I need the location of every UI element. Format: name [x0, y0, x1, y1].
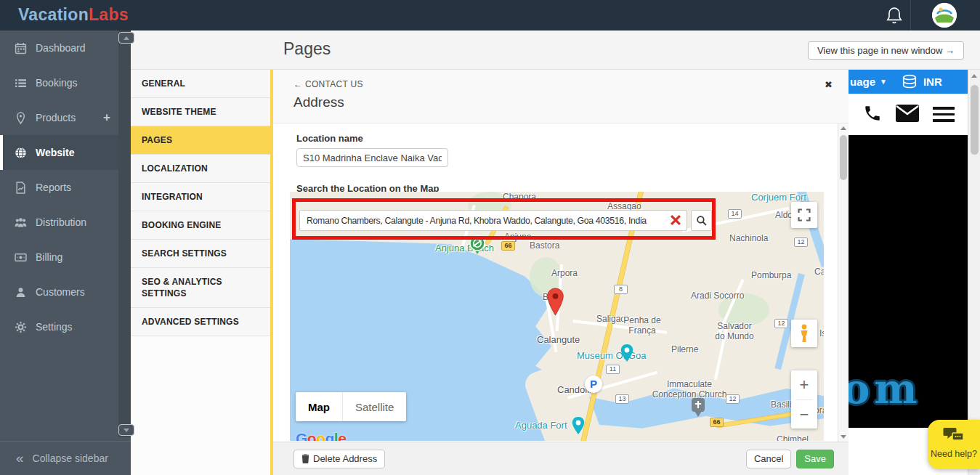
sidebar-scroll-up-button[interactable] [118, 32, 134, 44]
map-place-label: Pomburpa [751, 270, 791, 280]
sidebar-label: Products [36, 112, 76, 123]
submenu-item-website-theme[interactable]: WEBSITE THEME [131, 98, 270, 126]
globe-icon [15, 147, 27, 159]
save-button[interactable]: Save [796, 450, 834, 468]
sidebar-item-bookings[interactable]: Bookings [0, 65, 131, 100]
page-scrollbar[interactable] [968, 70, 980, 475]
museum-marker-icon[interactable] [620, 344, 633, 365]
map-pin-icon [15, 112, 27, 124]
submenu-item-seo-analytics-settings[interactable]: SEO & ANALYTICS SETTINGS [131, 268, 270, 308]
website-submenu: GENERAL WEBSITE THEME PAGES LOCALIZATION… [131, 70, 270, 475]
report-icon [15, 182, 27, 194]
map-type-map-button[interactable]: Map [296, 392, 342, 421]
map-place-label: Arpora [551, 268, 578, 278]
user-avatar[interactable] [932, 3, 957, 28]
currency-selector[interactable]: INR [923, 76, 942, 88]
map-place-label: Aguada Fort [515, 420, 567, 431]
submenu-item-advanced-settings[interactable]: ADVANCED SETTINGS [131, 308, 270, 336]
currency-coins-icon [900, 74, 919, 90]
sidebar-scrollbar[interactable] [118, 31, 131, 437]
sidebar-label: Website [36, 147, 74, 158]
sidebar-label: Customers [36, 286, 85, 298]
main-sidebar: Dashboard Bookings Products + Website Re… [0, 31, 131, 475]
sidebar-label: Settings [36, 321, 73, 333]
panel-scroll-down-button[interactable] [841, 435, 846, 439]
page-scroll-thumb[interactable] [971, 85, 979, 155]
parking-marker-icon[interactable]: P [585, 375, 602, 393]
collapse-sidebar-button[interactable]: « Collapse sidebar [0, 441, 131, 475]
submenu-item-booking-engine[interactable]: BOOKING ENGINE [131, 211, 270, 240]
vacationlabs-logo[interactable]: VacationLabs [18, 5, 129, 25]
submenu-item-integration[interactable]: INTEGRATION [131, 183, 270, 211]
panel-scroll-up-button[interactable] [841, 126, 846, 130]
map-place-label: Penha de França [623, 315, 660, 336]
preview-topbar: uage ▼ INR [849, 70, 968, 94]
need-help-button[interactable]: Need help? [928, 420, 980, 469]
sidebar-item-dashboard[interactable]: Dashboard [0, 31, 131, 65]
clear-search-icon[interactable] [670, 214, 681, 229]
preview-contact-row [849, 94, 968, 135]
sidebar-label: Dashboard [36, 42, 86, 54]
add-product-button[interactable]: + [103, 110, 110, 125]
notifications-bell-icon[interactable] [886, 7, 903, 25]
map-place-label: Basili [771, 399, 792, 410]
phone-icon[interactable] [863, 104, 882, 126]
sidebar-label: Bookings [36, 77, 78, 89]
double-chevron-left-icon: « [16, 450, 24, 466]
panel-scrollbar[interactable] [838, 123, 849, 442]
back-to-contact-us-link[interactable]: ← CONTACT US [293, 79, 363, 89]
topbar: VacationLabs [0, 0, 980, 31]
sidebar-item-website[interactable]: Website [0, 135, 131, 170]
page-header: Pages View this page in new window → [131, 31, 980, 70]
language-selector[interactable]: uage [850, 76, 875, 88]
map-place-label: Aradi Socorro [691, 291, 744, 301]
map-place-label: Aldo [775, 210, 793, 220]
submenu-item-localization[interactable]: LOCALIZATION [131, 155, 270, 183]
delete-address-button[interactable]: Delete Address [293, 450, 385, 468]
hamburger-menu-icon[interactable] [933, 107, 955, 122]
sidebar-item-settings[interactable]: Settings [0, 309, 131, 344]
list-icon [15, 77, 27, 89]
chevron-down-icon: ▼ [880, 78, 887, 86]
map-place-label: Museum Of Goa [577, 350, 646, 361]
panel-scroll-thumb[interactable] [840, 135, 847, 180]
close-icon[interactable]: ✖ [825, 79, 833, 90]
sidebar-scroll-down-button[interactable] [118, 424, 134, 436]
red-location-pin[interactable] [546, 288, 565, 319]
submenu-item-general[interactable]: GENERAL [131, 70, 270, 98]
address-title: Address [293, 94, 344, 110]
location-name-input[interactable] [296, 148, 448, 167]
map-place-label: Nachinola [729, 233, 768, 243]
delete-address-label: Delete Address [313, 453, 377, 464]
view-page-new-window-button[interactable]: View this page in new window → [808, 41, 964, 60]
chat-icon [943, 427, 965, 444]
fort-marker-icon[interactable] [572, 417, 585, 437]
cancel-button[interactable]: Cancel [746, 450, 791, 468]
route-shield: 12 [774, 319, 788, 328]
logo-part-blue: Vacation [18, 5, 89, 24]
email-icon[interactable] [895, 104, 920, 126]
sidebar-item-reports[interactable]: Reports [0, 170, 131, 205]
zoom-in-button[interactable]: + [791, 370, 817, 399]
sidebar-item-products[interactable]: Products + [0, 100, 131, 135]
google-letter: g [325, 430, 334, 441]
map-place-label: Salvador do Mundo [715, 321, 753, 341]
fullscreen-button[interactable] [791, 202, 817, 228]
submenu-item-search-settings[interactable]: SEARCH SETTINGS [131, 240, 270, 268]
map-type-control: Map Satellite [296, 392, 406, 421]
sidebar-item-distribution[interactable]: Distribution [0, 205, 131, 240]
google-map[interactable]: Chapora Assagao Anjuna Bastora Corjuem F… [290, 192, 824, 441]
route-shield: 66 [710, 418, 724, 427]
submenu-item-pages[interactable]: PAGES [131, 126, 270, 155]
sidebar-item-billing[interactable]: Billing [0, 240, 131, 275]
map-search-input[interactable] [299, 210, 687, 231]
address-panel: ← CONTACT US Address ✖ Location name Sea… [270, 70, 849, 475]
map-type-satellite-button[interactable]: Satellite [342, 392, 406, 421]
pegman-control[interactable] [791, 320, 817, 347]
map-search-button[interactable] [691, 210, 712, 231]
zoom-out-button[interactable]: − [791, 400, 817, 429]
google-logo: Google [296, 430, 346, 441]
page-scroll-up-button[interactable] [971, 74, 977, 78]
sidebar-item-customers[interactable]: Customers [0, 275, 131, 309]
church-marker-icon[interactable] [691, 398, 705, 421]
